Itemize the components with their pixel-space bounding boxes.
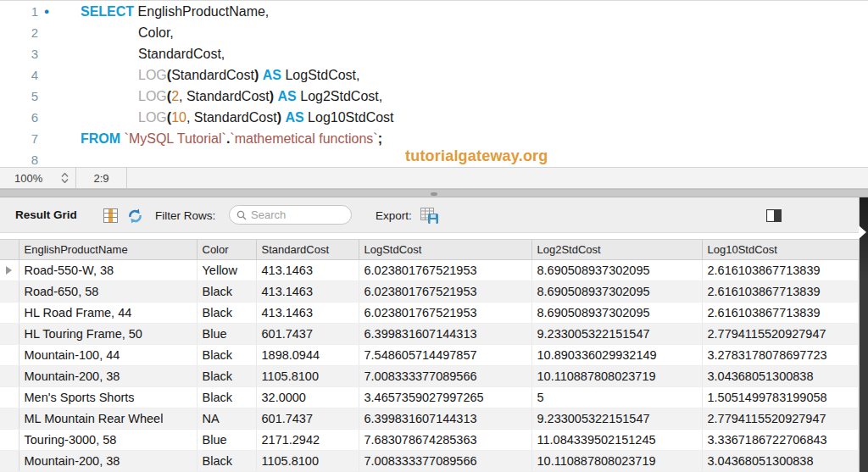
- row-marker[interactable]: [0, 303, 19, 324]
- panel-splitter[interactable]: [0, 189, 868, 197]
- column-header[interactable]: LogStdCost: [359, 240, 531, 260]
- grid-cell[interactable]: Black: [197, 387, 256, 408]
- grid-cell[interactable]: 9.233005322151547: [531, 324, 702, 345]
- grid-cell[interactable]: Blue: [197, 430, 256, 451]
- search-icon: [236, 210, 247, 220]
- grid-cell[interactable]: 6.399831607144313: [359, 408, 531, 430]
- table-row: Mountain-200, 38Black1105.81007.00833337…: [0, 451, 859, 472]
- column-header[interactable]: EnglishProductName: [19, 240, 197, 260]
- grid-cell[interactable]: 2171.2942: [256, 430, 359, 451]
- grid-cell[interactable]: 2.7794115520927947: [702, 324, 859, 345]
- statement-marker-icon: [41, 128, 53, 149]
- grid-cell[interactable]: Road-550-W, 38: [19, 260, 197, 281]
- row-marker[interactable]: [0, 260, 19, 281]
- toggle-side-panel-icon[interactable]: [765, 208, 782, 224]
- grid-cell[interactable]: 1898.0944: [256, 345, 359, 366]
- export-recordset-icon[interactable]: [420, 208, 440, 224]
- column-header[interactable]: Color: [197, 240, 256, 260]
- grid-cell[interactable]: 9.233005322151547: [531, 408, 702, 430]
- row-marker[interactable]: [0, 408, 19, 430]
- grid-cell[interactable]: Black: [197, 303, 256, 324]
- grid-cell[interactable]: 7.008333377089566: [359, 451, 531, 472]
- grid-cell[interactable]: 3.04368051300838: [702, 451, 859, 472]
- filter-search-box[interactable]: [229, 205, 352, 225]
- grid-cell[interactable]: ML Mountain Rear Wheel: [19, 408, 197, 430]
- grid-cell[interactable]: Yellow: [197, 260, 256, 281]
- grid-cell[interactable]: Black: [197, 345, 256, 366]
- grid-cell[interactable]: 10.110887808023719: [531, 366, 702, 387]
- export-label: Export:: [376, 209, 412, 222]
- grid-cell[interactable]: 3.2783178078697723: [702, 345, 859, 366]
- column-header[interactable]: StandardCost: [256, 240, 359, 260]
- search-input[interactable]: [251, 208, 344, 221]
- statement-marker-icon: [41, 43, 53, 64]
- row-marker[interactable]: [0, 451, 19, 472]
- grid-cell[interactable]: Black: [197, 281, 256, 303]
- column-header[interactable]: Log2StdCost: [531, 240, 702, 260]
- grid-cell[interactable]: Mountain-100, 44: [19, 345, 197, 366]
- zoom-stepper-icon[interactable]: [61, 173, 69, 183]
- grid-cell[interactable]: 32.0000: [256, 387, 359, 408]
- grid-cell[interactable]: 413.1463: [256, 303, 359, 324]
- grid-cell[interactable]: 3.3367186722706843: [702, 430, 859, 451]
- grid-cell[interactable]: Road-650, 58: [19, 281, 197, 303]
- grid-cell[interactable]: 1105.8100: [256, 366, 359, 387]
- grid-cell[interactable]: Men's Sports Shorts: [19, 387, 197, 408]
- grid-cell[interactable]: 6.399831607144313: [359, 324, 531, 345]
- grid-cell[interactable]: Touring-3000, 58: [19, 430, 197, 451]
- zoom-control[interactable]: 100%: [0, 168, 76, 188]
- grid-cell[interactable]: 7.008333377089566: [359, 366, 531, 387]
- grid-cell[interactable]: 5: [531, 387, 702, 408]
- sql-editor[interactable]: 1●SELECT EnglishProductName,2Color,3Stan…: [0, 1, 868, 167]
- grid-cell[interactable]: 2.7794115520927947: [702, 408, 859, 430]
- grid-cell[interactable]: 3.4657359027997265: [359, 387, 531, 408]
- collapsed-side-panel[interactable]: [859, 197, 868, 472]
- grid-cell[interactable]: 2.616103867713839: [702, 281, 859, 303]
- grid-cell[interactable]: 8.690508937302095: [531, 303, 702, 324]
- grid-cell[interactable]: 10.890336029932149: [531, 345, 702, 366]
- grid-cell[interactable]: 6.023801767521953: [359, 260, 531, 281]
- grid-cell[interactable]: Black: [197, 451, 256, 472]
- row-marker[interactable]: [0, 345, 19, 366]
- grid-cell[interactable]: 7.683078674285363: [359, 430, 531, 451]
- code-line: 3StandardCost,: [0, 43, 868, 64]
- grid-cell[interactable]: 8.690508937302095: [531, 281, 702, 303]
- grid-cell[interactable]: 10.110887808023719: [531, 451, 702, 472]
- grid-cell[interactable]: 8.690508937302095: [531, 260, 702, 281]
- grid-cell[interactable]: 6.023801767521953: [359, 303, 531, 324]
- grid-cell[interactable]: Mountain-200, 38: [19, 366, 197, 387]
- code-line: 1●SELECT EnglishProductName,: [0, 1, 868, 22]
- row-marker[interactable]: [0, 324, 19, 345]
- grid-cell[interactable]: 11.084339502151245: [531, 430, 702, 451]
- row-marker[interactable]: [0, 387, 19, 408]
- row-marker[interactable]: [0, 430, 19, 451]
- grid-cell[interactable]: NA: [197, 408, 256, 430]
- grid-cell[interactable]: 1105.8100: [256, 451, 359, 472]
- grid-cell[interactable]: 2.616103867713839: [702, 260, 859, 281]
- column-grid-icon[interactable]: [102, 208, 119, 224]
- grid-cell[interactable]: 601.7437: [256, 408, 359, 430]
- grid-cell[interactable]: 601.7437: [256, 324, 359, 345]
- row-marker[interactable]: [0, 366, 19, 387]
- grid-cell[interactable]: 7.548605714497857: [359, 345, 531, 366]
- grid-cell[interactable]: 413.1463: [256, 260, 359, 281]
- grid-cell[interactable]: Blue: [197, 324, 256, 345]
- grid-cell[interactable]: Mountain-200, 38: [19, 451, 197, 472]
- grid-cell[interactable]: 1.5051499783199058: [702, 387, 859, 408]
- grid-cell[interactable]: Black: [197, 366, 256, 387]
- grid-cell[interactable]: HL Road Frame, 44: [19, 303, 197, 324]
- column-header[interactable]: Log10StdCost: [702, 240, 859, 260]
- grid-cell[interactable]: 2.616103867713839: [702, 303, 859, 324]
- panel-expand-arrow-icon: [859, 225, 866, 239]
- grid-cell[interactable]: 413.1463: [256, 281, 359, 303]
- grid-cell[interactable]: HL Touring Frame, 50: [19, 324, 197, 345]
- line-number: 3: [0, 43, 41, 64]
- grid-cell[interactable]: 6.023801767521953: [359, 281, 531, 303]
- table-row: Men's Sports ShortsBlack32.00003.4657359…: [0, 387, 859, 408]
- statement-marker-icon: [41, 22, 53, 43]
- refresh-icon[interactable]: [126, 208, 143, 224]
- grid-cell[interactable]: 3.04368051300838: [702, 366, 859, 387]
- row-marker[interactable]: [0, 281, 19, 303]
- statusbar-spacer: [127, 168, 868, 188]
- statement-marker-icon: [41, 86, 53, 107]
